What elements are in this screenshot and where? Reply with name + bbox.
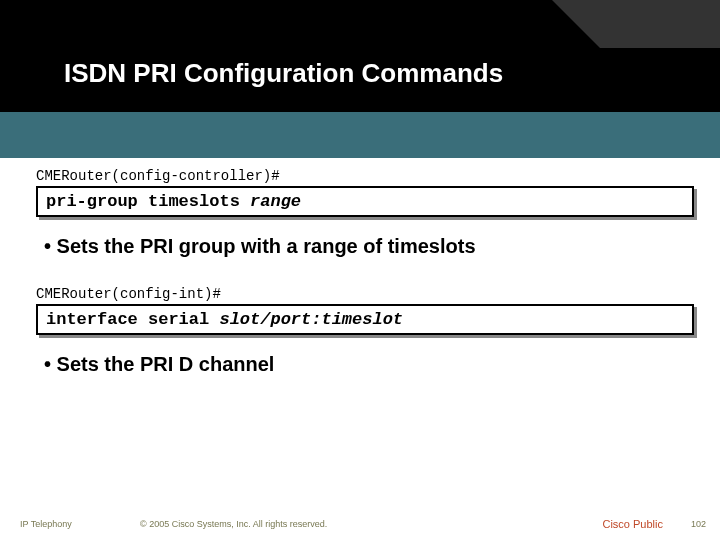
prompt-2: CMERouter(config-int)#	[36, 286, 720, 302]
footer-course: IP Telephony	[20, 519, 140, 529]
content-area: CMERouter(config-controller)# pri-group …	[0, 158, 720, 404]
bullet-1: Sets the PRI group with a range of times…	[44, 235, 720, 258]
corner-accent	[600, 0, 720, 48]
cmd2-fixed: interface serial	[46, 310, 219, 329]
slide-title: ISDN PRI Configuration Commands	[64, 58, 503, 89]
command-box-2: interface serial slot/port:timeslot	[36, 304, 694, 335]
bullet-2: Sets the PRI D channel	[44, 353, 720, 376]
cmd1-arg: range	[250, 192, 301, 211]
cmd2-arg: slot/port:timeslot	[219, 310, 403, 329]
command-box-1: pri-group timeslots range	[36, 186, 694, 217]
cmd1-fixed: pri-group timeslots	[46, 192, 250, 211]
prompt-1: CMERouter(config-controller)#	[36, 168, 720, 184]
footer-public: Cisco Public	[602, 518, 663, 530]
footer-copyright: © 2005 Cisco Systems, Inc. All rights re…	[140, 519, 602, 529]
subtitle-band	[0, 112, 720, 158]
footer: IP Telephony © 2005 Cisco Systems, Inc. …	[0, 518, 720, 530]
footer-page: 102	[691, 519, 706, 529]
